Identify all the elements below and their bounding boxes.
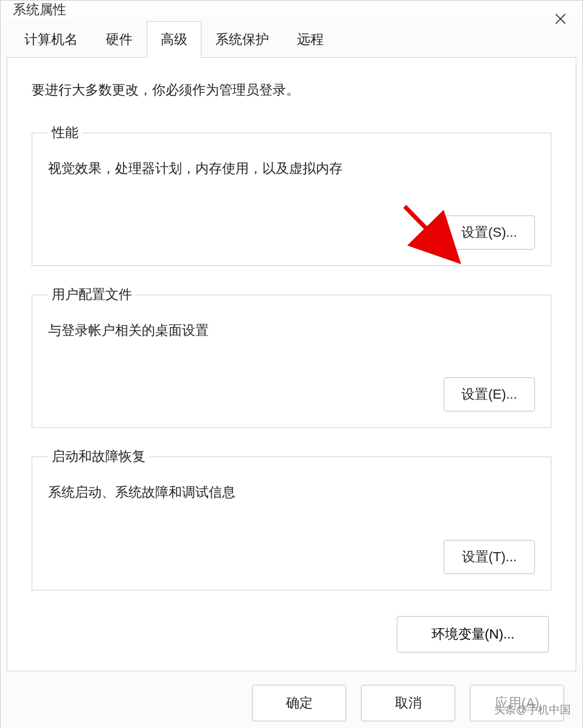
admin-notice: 要进行大多数更改，你必须作为管理员登录。 bbox=[32, 81, 551, 99]
tabs: 计算机名 硬件 高级 系统保护 远程 bbox=[10, 21, 576, 58]
startup-recovery-settings-button[interactable]: 设置(T)... bbox=[444, 540, 535, 574]
performance-settings-button[interactable]: 设置(S)... bbox=[444, 215, 535, 250]
performance-desc: 视觉效果，处理器计划，内存使用，以及虚拟内存 bbox=[48, 158, 535, 179]
user-profiles-desc: 与登录帐户相关的桌面设置 bbox=[48, 320, 535, 341]
performance-legend: 性能 bbox=[48, 124, 82, 142]
system-properties-window: 系统属性 计算机名 硬件 高级 系统保护 远程 要进行大多数更改，你必须作为管理… bbox=[0, 0, 583, 728]
content-area: 计算机名 硬件 高级 系统保护 远程 要进行大多数更改，你必须作为管理员登录。 … bbox=[1, 19, 582, 671]
titlebar: 系统属性 bbox=[1, 1, 582, 19]
user-profiles-group: 用户配置文件 与登录帐户相关的桌面设置 设置(E)... bbox=[32, 285, 551, 428]
window-title: 系统属性 bbox=[13, 1, 66, 19]
user-profiles-settings-button[interactable]: 设置(E)... bbox=[444, 377, 535, 411]
startup-recovery-legend: 启动和故障恢复 bbox=[48, 447, 149, 466]
ok-button[interactable]: 确定 bbox=[252, 685, 346, 721]
startup-recovery-desc: 系统启动、系统故障和调试信息 bbox=[48, 481, 535, 503]
close-icon bbox=[555, 13, 566, 24]
startup-recovery-group: 启动和故障恢复 系统启动、系统故障和调试信息 设置(T)... bbox=[32, 447, 551, 590]
advanced-panel: 要进行大多数更改，你必须作为管理员登录。 性能 视觉效果，处理器计划，内存使用，… bbox=[7, 57, 576, 671]
performance-group: 性能 视觉效果，处理器计划，内存使用，以及虚拟内存 设置(S)... bbox=[32, 124, 551, 266]
close-button[interactable] bbox=[550, 8, 571, 30]
cancel-button[interactable]: 取消 bbox=[361, 685, 455, 721]
tab-advanced[interactable]: 高级 bbox=[147, 21, 201, 58]
tab-hardware[interactable]: 硬件 bbox=[92, 21, 147, 58]
tab-remote[interactable]: 远程 bbox=[283, 21, 338, 58]
user-profiles-legend: 用户配置文件 bbox=[48, 285, 136, 304]
environment-variables-button[interactable]: 环境变量(N)... bbox=[397, 616, 549, 653]
tab-system-protection[interactable]: 系统保护 bbox=[201, 21, 283, 58]
apply-button[interactable]: 应用(A) bbox=[470, 685, 564, 721]
tab-computer-name[interactable]: 计算机名 bbox=[10, 21, 92, 58]
dialog-footer: 确定 取消 应用(A) bbox=[1, 671, 582, 728]
